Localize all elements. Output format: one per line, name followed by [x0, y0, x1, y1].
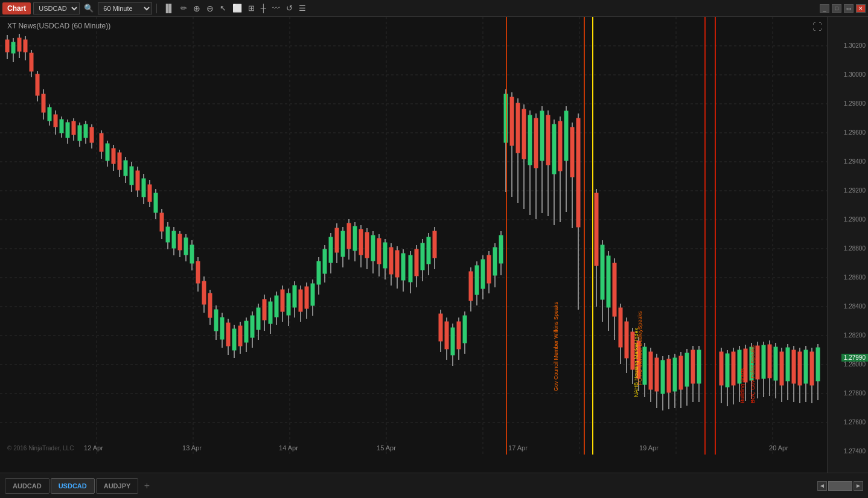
zoom-out-icon[interactable]: ⊖	[205, 4, 215, 13]
chart-svg: 12 Apr 13 Apr 14 Apr 15 Apr 17 Apr 19 Ap…	[0, 17, 827, 455]
svg-rect-150	[389, 247, 393, 274]
crosshair-icon[interactable]: ┼	[259, 4, 268, 13]
scroll-left-button[interactable]: ◄	[817, 481, 827, 491]
search-icon[interactable]: 🔍	[82, 4, 95, 13]
chart-label: Chart	[2, 2, 31, 14]
svg-rect-249	[685, 353, 689, 386]
svg-rect-257	[726, 354, 729, 387]
svg-rect-70	[148, 185, 152, 202]
svg-rect-118	[293, 286, 296, 307]
svg-rect-199	[534, 118, 538, 168]
zoom-in-icon[interactable]: ⊕	[191, 4, 202, 13]
svg-text:19 Apr: 19 Apr	[639, 444, 659, 452]
chart-container: XT News(USDCAD (60 Minute)) ⛶	[0, 17, 868, 473]
price-label: 1.30200	[844, 42, 866, 49]
svg-rect-178	[475, 266, 479, 295]
svg-rect-54	[100, 133, 103, 152]
price-label: 1.27800	[844, 390, 866, 397]
svg-rect-44	[66, 123, 69, 138]
svg-rect-174	[463, 316, 467, 343]
svg-rect-50	[84, 124, 88, 138]
chart-area[interactable]: 12 Apr 13 Apr 14 Apr 15 Apr 17 Apr 19 Ap…	[0, 17, 827, 455]
svg-text:12 Apr: 12 Apr	[84, 444, 103, 452]
svg-rect-134	[341, 231, 345, 257]
timeframe-dropdown[interactable]: 60 Minute	[98, 2, 152, 14]
svg-rect-52	[90, 127, 94, 142]
svg-rect-235	[649, 352, 653, 389]
scroll-thumb[interactable]	[828, 481, 852, 491]
price-label: 1.28000	[844, 361, 866, 368]
close-button[interactable]: ✕	[856, 4, 866, 13]
svg-rect-80	[178, 234, 182, 250]
list-icon[interactable]: ☰	[297, 4, 308, 13]
svg-rect-172	[457, 322, 461, 349]
svg-rect-30	[24, 40, 27, 52]
tab-audcad[interactable]: AUDCAD	[5, 478, 49, 494]
minimize-button[interactable]: _	[820, 4, 829, 13]
restore-button[interactable]: □	[832, 4, 841, 13]
svg-rect-184	[493, 247, 497, 275]
cursor-icon[interactable]: ↖	[218, 4, 228, 13]
screenshot-icon[interactable]: ⬜	[231, 4, 244, 13]
svg-rect-132	[335, 228, 339, 252]
svg-text:15 Apr: 15 Apr	[377, 444, 396, 452]
scroll-right-button[interactable]: ►	[854, 481, 863, 491]
svg-rect-32	[30, 53, 33, 71]
svg-rect-245	[673, 358, 677, 391]
svg-rect-205	[552, 124, 556, 174]
tab-usdcad[interactable]: USDCAD	[51, 478, 95, 494]
price-label: 1.29200	[844, 187, 866, 194]
svg-rect-68	[142, 179, 145, 197]
price-label: 1.28800	[844, 245, 866, 252]
svg-rect-223	[613, 263, 616, 316]
svg-rect-190	[510, 97, 514, 145]
svg-rect-86	[196, 261, 200, 283]
svg-rect-273	[774, 347, 777, 380]
svg-rect-192	[516, 103, 520, 153]
svg-rect-285	[810, 352, 814, 385]
svg-rect-225	[619, 308, 622, 347]
svg-rect-60	[118, 153, 121, 170]
svg-rect-100	[238, 326, 242, 346]
price-label: 1.29400	[844, 158, 866, 165]
svg-rect-219	[601, 245, 604, 299]
svg-rect-180	[481, 260, 485, 289]
svg-rect-271	[768, 345, 771, 378]
svg-rect-84	[190, 245, 194, 263]
symbol-dropdown[interactable]: USDCAD	[33, 2, 80, 14]
pencil-icon[interactable]: ✏	[179, 4, 189, 13]
svg-rect-42	[60, 120, 63, 133]
refresh-icon[interactable]: ↺	[284, 4, 295, 13]
svg-rect-138	[353, 226, 357, 251]
svg-rect-279	[792, 350, 796, 383]
svg-rect-211	[570, 127, 574, 177]
chart-type-icon[interactable]: ⊞	[246, 4, 257, 13]
wave-icon[interactable]: 〰	[270, 4, 282, 13]
svg-rect-283	[804, 350, 808, 383]
svg-rect-122	[305, 287, 308, 308]
svg-rect-253	[697, 350, 701, 383]
svg-rect-201	[540, 111, 544, 161]
maximize-button[interactable]: ▭	[844, 4, 854, 13]
svg-rect-217	[595, 193, 598, 266]
svg-rect-227	[625, 322, 628, 358]
bars-icon[interactable]: ▐▌	[161, 4, 176, 13]
svg-rect-112	[275, 296, 278, 317]
price-label: 1.28600	[844, 274, 866, 281]
svg-rect-144	[371, 235, 375, 261]
add-tab-button[interactable]: +	[139, 479, 154, 493]
lock-icon[interactable]: ⛶	[812, 22, 822, 33]
svg-rect-170	[451, 328, 455, 355]
svg-rect-255	[720, 352, 723, 385]
svg-rect-158	[415, 249, 418, 276]
svg-text:Gov Council Member Wilkins Spe: Gov Council Member Wilkins Speaks	[553, 301, 559, 391]
svg-rect-209	[564, 111, 568, 161]
svg-rect-78	[172, 231, 176, 248]
svg-rect-90	[208, 293, 212, 318]
tab-audjpy[interactable]: AUDJPY	[96, 478, 139, 494]
svg-rect-168	[445, 322, 448, 349]
svg-rect-277	[786, 348, 790, 381]
svg-rect-36	[42, 94, 45, 112]
svg-rect-241	[661, 360, 665, 394]
svg-rect-287	[816, 348, 820, 381]
